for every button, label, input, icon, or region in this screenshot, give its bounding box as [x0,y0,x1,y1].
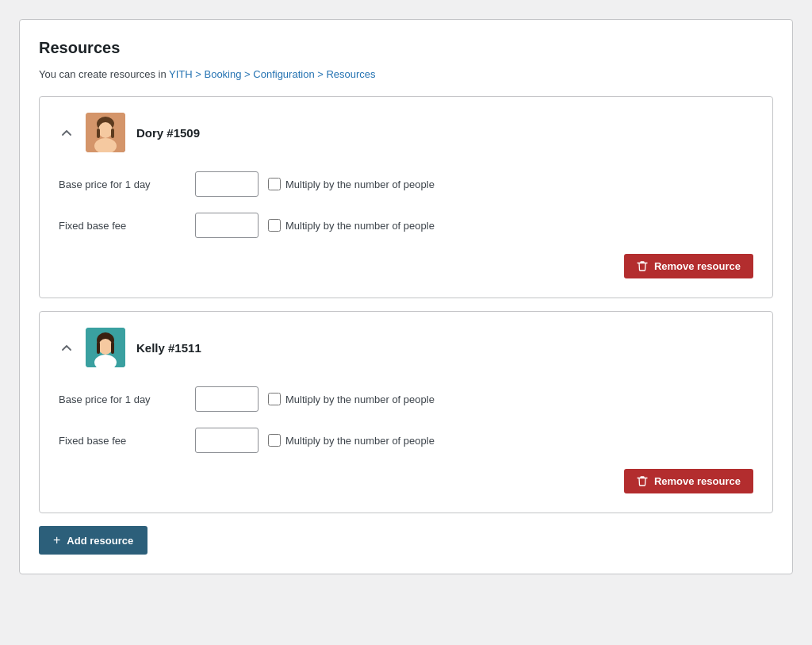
svg-rect-10 [97,342,100,354]
plus-icon: + [53,534,60,547]
resource-card-kelly: Kelly #1511 Base price for 1 day Multipl… [39,311,773,513]
multiply-checkbox-wrap-kelly-2: Multiply by the number of people [268,434,435,447]
base-price-row-dory: Base price for 1 day Multiply by the num… [59,171,753,197]
info-text: You can create resources in YITH > Booki… [39,68,773,80]
resource-name-kelly: Kelly #1511 [136,341,201,355]
add-resource-label: Add resource [67,535,133,547]
svg-point-2 [98,122,113,138]
fixed-fee-label-kelly: Fixed base fee [59,435,186,447]
card-footer-dory: Remove resource [59,254,753,278]
page-wrapper: Resources You can create resources in YI… [19,19,793,574]
multiply-label-dory-1: Multiply by the number of people [285,179,435,190]
base-price-row-kelly: Base price for 1 day Multiply by the num… [59,386,753,412]
multiply-checkbox-wrap-dory-2: Multiply by the number of people [268,219,435,232]
remove-resource-label-dory: Remove resource [654,260,741,272]
svg-rect-5 [111,129,114,138]
svg-rect-11 [111,342,114,354]
fixed-fee-row-kelly: Fixed base fee Multiply by the number of… [59,428,753,453]
fixed-fee-input-dory[interactable] [195,213,259,238]
svg-rect-4 [97,129,100,138]
resource-header-dory: Dory #1509 [59,113,753,152]
base-price-input-dory[interactable] [195,171,259,197]
base-price-label-dory: Base price for 1 day [59,179,186,190]
avatar-kelly [86,328,125,367]
multiply-checkbox-kelly-1[interactable] [268,393,281,405]
base-price-label-kelly: Base price for 1 day [59,394,186,405]
fixed-fee-input-kelly[interactable] [195,428,259,453]
multiply-checkbox-kelly-2[interactable] [268,434,281,447]
multiply-checkbox-wrap-kelly-1: Multiply by the number of people [268,393,435,405]
multiply-label-kelly-2: Multiply by the number of people [285,435,435,447]
multiply-checkbox-dory-2[interactable] [268,219,281,232]
card-footer-kelly: Remove resource [59,469,753,493]
resources-config-link[interactable]: YITH > Booking > Configuration > Resourc… [169,68,376,80]
svg-point-8 [98,339,113,355]
multiply-label-kelly-1: Multiply by the number of people [285,394,435,405]
trash-icon-dory [637,260,648,272]
resource-header-kelly: Kelly #1511 [59,328,753,367]
collapse-button-kelly[interactable] [59,341,75,354]
fixed-fee-label-dory: Fixed base fee [59,220,186,232]
resource-name-dory: Dory #1509 [136,126,200,140]
trash-icon-kelly [637,475,648,487]
remove-resource-button-kelly[interactable]: Remove resource [624,469,753,493]
collapse-button-dory[interactable] [59,126,75,139]
base-price-input-kelly[interactable] [195,386,259,412]
remove-resource-label-kelly: Remove resource [654,475,741,487]
multiply-checkbox-dory-1[interactable] [268,178,281,190]
fixed-fee-row-dory: Fixed base fee Multiply by the number of… [59,213,753,238]
resource-card-dory: Dory #1509 Base price for 1 day Multiply… [39,96,773,298]
multiply-checkbox-wrap-dory-1: Multiply by the number of people [268,178,435,190]
avatar-dory [86,113,125,152]
add-resource-button[interactable]: + Add resource [39,526,147,555]
remove-resource-button-dory[interactable]: Remove resource [624,254,753,278]
page-title: Resources [39,39,773,57]
multiply-label-dory-2: Multiply by the number of people [285,220,435,232]
